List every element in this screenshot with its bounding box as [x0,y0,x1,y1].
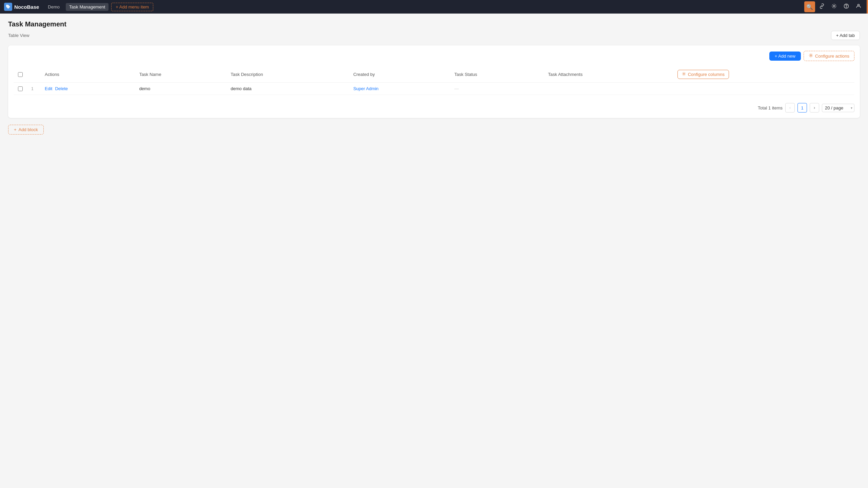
col-task-status: Task Status [450,66,544,83]
table-header-row: Actions Task Name Task Description Creat… [14,66,854,83]
row-checkbox[interactable] [18,86,23,91]
link-icon-btn[interactable] [816,1,827,12]
prev-page-button[interactable]: ‹ [785,103,795,113]
settings-icon-btn[interactable] [829,1,840,12]
topbar-icons: 🔍 [804,1,864,12]
configure-columns-button[interactable]: Configure columns [677,70,729,79]
col-task-name: Task Name [135,66,227,83]
svg-point-5 [683,73,685,75]
edit-link[interactable]: Edit [45,86,52,91]
logo[interactable]: NocoBase [4,3,39,11]
row-checkbox-cell [14,83,27,95]
nav-item-task-management[interactable]: Task Management [66,3,108,11]
extra-cell [673,83,854,95]
page-subtitle-row: Table View + Add tab [8,31,860,40]
col-task-attachments: Task Attachments [544,66,673,83]
configure-actions-label: Configure actions [815,54,849,59]
svg-point-2 [846,7,847,7]
svg-point-4 [810,55,811,56]
configure-columns-gear-icon [682,72,686,77]
task-attachments-cell [544,83,673,95]
task-status-value: — [454,86,459,91]
topbar-right-edge [867,0,868,14]
created-by-cell: Super Admin [349,83,450,95]
configure-actions-gear-icon [809,53,813,59]
table-block: + Add new Configure actions [8,45,860,118]
add-block-plus-icon: + [14,127,17,132]
nav-item-demo[interactable]: Demo [44,3,63,11]
task-name-cell: demo [135,83,227,95]
help-icon [844,3,849,10]
add-new-button[interactable]: + Add new [769,52,801,61]
logo-icon [4,3,12,11]
table-row: 1 Edit Delete demo demo data Super Admin… [14,83,854,95]
total-items-text: Total 1 items [758,105,783,110]
search-icon: 🔍 [806,4,813,10]
row-actions-cell: Edit Delete [41,83,135,95]
row-actions: Edit Delete [45,86,131,91]
user-icon-btn[interactable] [853,1,864,12]
page-size-select[interactable]: 20 / page 50 / page 100 / page [822,104,854,112]
add-menu-item-button[interactable]: + Add menu item [111,3,153,11]
link-icon [819,3,825,10]
topbar: NocoBase Demo Task Management + Add menu… [0,0,868,14]
pagination-row: Total 1 items ‹ 1 › 20 / page 50 / page … [14,100,854,113]
next-icon: › [814,105,815,110]
task-description-cell: demo data [226,83,349,95]
row-number-cell: 1 [27,83,41,95]
data-table: Actions Task Name Task Description Creat… [14,66,854,95]
current-page: 1 [797,103,807,113]
add-block-label: Add block [19,127,38,132]
created-by-link[interactable]: Super Admin [353,86,378,91]
col-row-num [27,66,41,83]
table-toolbar: + Add new Configure actions [14,51,854,61]
add-tab-button[interactable]: + Add tab [831,31,860,40]
help-icon-btn[interactable] [841,1,852,12]
user-icon [856,3,861,10]
next-page-button[interactable]: › [810,103,819,113]
page-subtitle: Table View [8,33,29,38]
logo-text: NocoBase [14,4,39,10]
prev-icon: ‹ [789,105,791,110]
page-content: Task Management Table View + Add tab + A… [0,14,868,141]
col-task-description: Task Description [226,66,349,83]
select-all-checkbox[interactable] [18,72,23,77]
search-icon-btn[interactable]: 🔍 [804,1,815,12]
col-configure: Configure columns [673,66,854,83]
col-created-by: Created by [349,66,450,83]
col-actions: Actions [41,66,135,83]
page-size-wrapper: 20 / page 50 / page 100 / page ▾ [822,104,854,112]
delete-link[interactable]: Delete [55,86,68,91]
svg-point-0 [833,5,835,7]
add-block-button[interactable]: + Add block [8,125,44,135]
col-checkbox [14,66,27,83]
gear-icon [831,3,837,10]
task-status-cell: — [450,83,544,95]
configure-columns-label: Configure columns [688,72,725,77]
svg-point-3 [858,4,860,6]
configure-actions-button[interactable]: Configure actions [804,51,854,61]
page-title: Task Management [8,20,860,28]
